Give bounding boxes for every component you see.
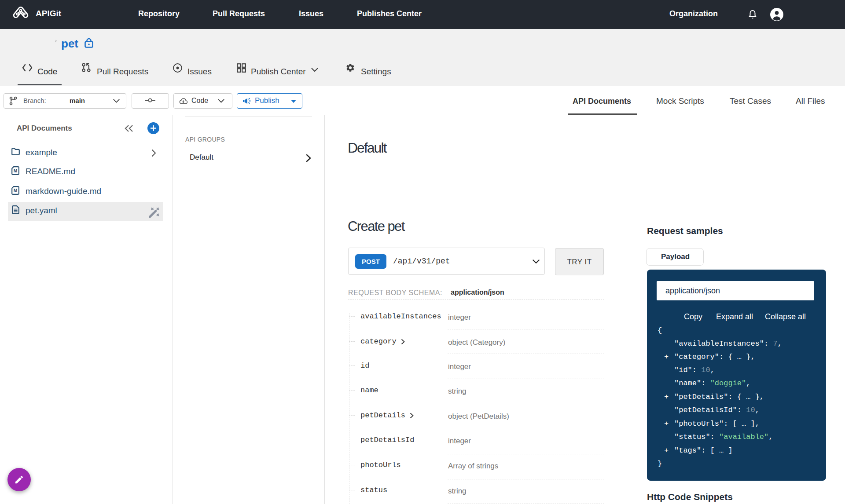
svg-text:M: M (14, 188, 17, 193)
svg-text:M: M (14, 168, 17, 173)
